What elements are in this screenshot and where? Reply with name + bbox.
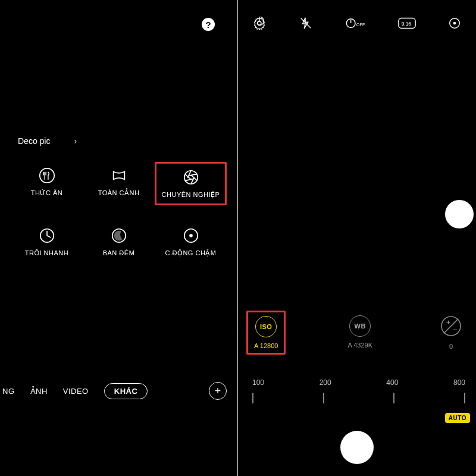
scale-tick — [393, 393, 394, 403]
mode-label: C.ĐỘNG CHẬM — [165, 249, 216, 257]
top-toolbar: OFF 9:16 — [238, 17, 476, 30]
flash-button[interactable] — [298, 17, 314, 30]
svg-text:9:16: 9:16 — [401, 21, 411, 27]
scale-label: 200 — [320, 378, 331, 387]
add-button[interactable]: + — [209, 382, 227, 400]
tab-photo[interactable]: ẢNH — [30, 387, 48, 396]
tab-video[interactable]: VIDEO — [63, 387, 89, 396]
scale-tick — [252, 393, 253, 403]
svg-point-1 — [184, 171, 198, 184]
moon-icon — [110, 227, 128, 245]
ev-icon: + − — [440, 315, 462, 338]
iso-control[interactable]: ISO A 12800 — [246, 311, 286, 355]
pro-camera-panel: OFF 9:16 ISO A 12 — [238, 0, 476, 476]
scale-tick — [323, 393, 324, 403]
tab-partial[interactable]: NG — [2, 387, 15, 396]
deco-pic-row[interactable]: Deco pic › — [18, 136, 77, 146]
timer-off-icon: OFF — [345, 17, 365, 30]
ratio-button[interactable]: 9:16 — [397, 17, 417, 30]
side-shutter-button[interactable] — [445, 200, 474, 228]
scale-label: 100 — [252, 378, 264, 387]
svg-text:OFF: OFF — [356, 22, 365, 27]
iso-icon: ISO — [255, 316, 277, 337]
modes-grid: THỨC ĂN TOÀN CẢNH CHUYÊN NGHIỆP — [11, 162, 227, 262]
svg-text:−: − — [453, 325, 457, 334]
iso-scale[interactable]: 100 200 400 800 — [252, 378, 465, 403]
ev-value: 0 — [449, 343, 453, 350]
mode-panorama[interactable]: TOÀN CẢNH — [83, 162, 155, 205]
mode-hyperlapse[interactable]: TRÔI NHANH — [11, 222, 83, 262]
mode-label: CHUYÊN NGHIỆP — [162, 191, 220, 199]
scale-label: 800 — [453, 378, 465, 387]
scale-label: 400 — [386, 378, 398, 387]
panorama-icon — [110, 167, 128, 184]
mode-label: THỨC ĂN — [31, 189, 62, 197]
deco-pic-label: Deco pic — [18, 136, 50, 146]
wb-control[interactable]: WB A 4329K — [342, 311, 378, 353]
svg-point-0 — [39, 168, 54, 183]
timer-button[interactable]: OFF — [343, 17, 367, 30]
svg-point-6 — [258, 21, 261, 25]
timer-icon — [38, 227, 56, 245]
wb-icon: WB — [349, 315, 371, 337]
svg-point-5 — [189, 234, 193, 237]
metering-button[interactable] — [446, 17, 463, 30]
aperture-icon — [182, 168, 200, 186]
scale-tick — [464, 393, 465, 403]
mode-night[interactable]: BAN ĐÊM — [83, 222, 155, 262]
svg-point-12 — [453, 22, 456, 25]
mode-slowmo[interactable]: C.ĐỘNG CHẬM — [155, 222, 227, 262]
pro-controls: ISO A 12800 WB A 4329K + − — [246, 311, 468, 355]
svg-text:+: + — [446, 318, 450, 327]
flash-off-icon — [299, 17, 312, 30]
chevron-right-icon: › — [74, 136, 77, 146]
ev-control[interactable]: + − 0 — [434, 311, 468, 355]
help-icon[interactable]: ? — [202, 18, 215, 31]
aspect-ratio-icon: 9:16 — [398, 17, 416, 30]
gear-icon — [253, 17, 266, 30]
metering-icon — [448, 17, 461, 30]
food-icon — [38, 167, 56, 184]
wb-value: A 4329K — [347, 342, 372, 349]
mode-label: TRÔI NHANH — [25, 249, 68, 256]
iso-value: A 12800 — [254, 342, 278, 349]
shutter-button[interactable] — [340, 431, 374, 464]
capture-tabs: NG ẢNH VIDEO KHÁC + — [0, 382, 237, 400]
mode-food[interactable]: THỨC ĂN — [11, 162, 83, 205]
tab-more[interactable]: KHÁC — [104, 383, 148, 399]
focus-icon — [182, 227, 200, 245]
auto-chip[interactable]: AUTO — [445, 413, 470, 423]
mode-pro[interactable]: CHUYÊN NGHIỆP — [155, 162, 227, 205]
settings-button[interactable] — [251, 17, 268, 30]
mode-label: TOÀN CẢNH — [98, 189, 140, 197]
mode-label: BAN ĐÊM — [103, 249, 135, 256]
camera-modes-panel: ? Deco pic › THỨC ĂN TOÀN CẢNH — [0, 0, 238, 476]
